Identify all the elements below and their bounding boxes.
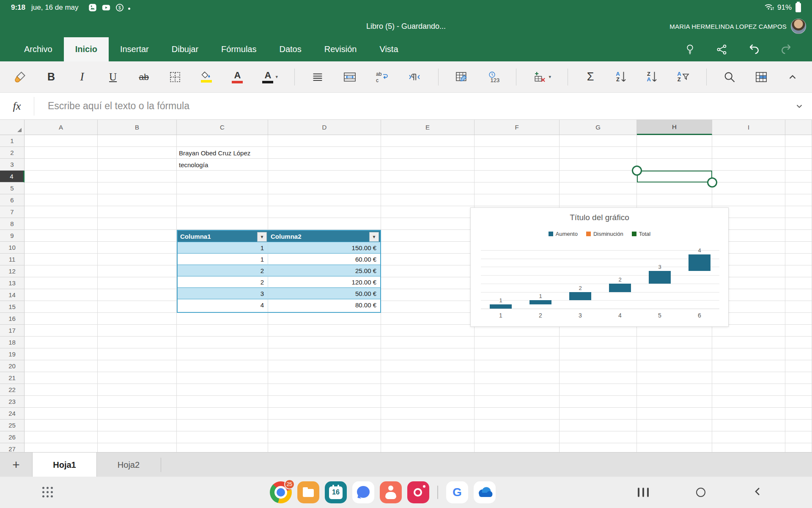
row-header-25[interactable]: 25	[0, 420, 25, 431]
format-painter-button[interactable]	[11, 66, 29, 88]
fill-color-button[interactable]	[198, 66, 215, 88]
messages-icon[interactable]	[352, 481, 374, 503]
align-button[interactable]	[309, 66, 326, 88]
table-cell[interactable]: 120.00 €	[268, 276, 380, 287]
freeze-panes-button[interactable]	[752, 66, 770, 88]
calendar-icon[interactable]: 16	[325, 481, 347, 503]
tab-fórmulas[interactable]: Fórmulas	[210, 37, 268, 61]
row-header-20[interactable]: 20	[0, 360, 25, 372]
contacts-icon[interactable]	[380, 481, 402, 503]
sheet-tab-hoja1[interactable]: Hoja1	[32, 453, 97, 477]
recents-icon[interactable]	[638, 488, 649, 497]
table-cell[interactable]: 3	[178, 287, 268, 299]
autosum-button[interactable]: Σ	[582, 66, 599, 88]
table-cell[interactable]: 4	[178, 299, 268, 310]
avatar[interactable]	[791, 19, 806, 34]
app-drawer-icon[interactable]	[42, 487, 53, 497]
table-cell[interactable]: 2	[178, 265, 268, 276]
tab-vista[interactable]: Vista	[368, 37, 409, 61]
format-as-table-button[interactable]	[453, 66, 471, 88]
tab-insertar[interactable]: Insertar	[109, 37, 160, 61]
row-header-23[interactable]: 23	[0, 396, 25, 408]
onedrive-icon[interactable]	[474, 481, 496, 503]
column-header-e[interactable]: E	[381, 120, 475, 135]
row-header-21[interactable]: 21	[0, 372, 25, 384]
row-header-19[interactable]: 19	[0, 348, 25, 360]
row-header-1[interactable]: 1	[0, 135, 25, 147]
ideas-lightbulb-icon[interactable]	[683, 43, 696, 56]
bold-button[interactable]: B	[43, 66, 60, 88]
font-color-button[interactable]: A	[229, 66, 246, 88]
row-header-22[interactable]: 22	[0, 384, 25, 396]
table-cell[interactable]: 1	[178, 242, 268, 253]
tab-revisión[interactable]: Revisión	[313, 37, 368, 61]
column-header-g[interactable]: G	[560, 120, 637, 135]
back-icon[interactable]	[753, 486, 763, 498]
row-header-10[interactable]: 10	[0, 242, 25, 254]
column-header-f[interactable]: F	[475, 120, 560, 135]
google-icon[interactable]: G	[446, 481, 468, 503]
italic-button[interactable]: I	[74, 66, 91, 88]
chrome-icon[interactable]: 25	[270, 481, 292, 503]
cell-C3[interactable]: tecnología	[177, 159, 208, 171]
row-header-4[interactable]: 4	[0, 171, 25, 182]
my-files-icon[interactable]	[297, 481, 319, 503]
underline-button[interactable]: U	[104, 66, 121, 88]
table-cell[interactable]: 150.00 €	[268, 242, 380, 253]
filter-dropdown-icon[interactable]: ▼	[257, 232, 267, 242]
row-header-27[interactable]: 27	[0, 443, 25, 452]
column-header-h[interactable]: H	[637, 120, 712, 135]
row-header-6[interactable]: 6	[0, 194, 25, 206]
row-header-14[interactable]: 14	[0, 289, 25, 301]
chart-card[interactable]: Título del gráficoAumentoDisminuciónTota…	[470, 207, 729, 327]
row-header-5[interactable]: 5	[0, 182, 25, 194]
formula-expand-icon[interactable]	[787, 102, 812, 111]
column-header-pad[interactable]	[785, 120, 812, 135]
sort-az-button[interactable]: AZ	[613, 66, 630, 88]
selection-box-h4[interactable]	[637, 171, 712, 182]
row-header-24[interactable]: 24	[0, 408, 25, 420]
add-sheet-button[interactable]: +	[0, 453, 32, 477]
tab-inicio[interactable]: Inicio	[64, 37, 109, 61]
home-icon[interactable]	[696, 488, 705, 497]
tab-datos[interactable]: Datos	[268, 37, 313, 61]
selection-handle-top-left[interactable]	[632, 166, 642, 176]
selection-handle-bottom-right[interactable]	[707, 177, 717, 188]
undo-icon[interactable]	[748, 43, 760, 56]
merge-cells-button[interactable]	[340, 66, 359, 88]
text-direction-button[interactable]	[405, 66, 424, 88]
select-all-corner[interactable]	[0, 120, 25, 135]
cell-C2[interactable]: Brayan Obed Cruz López	[177, 147, 250, 159]
collapse-ribbon-button[interactable]	[784, 66, 801, 88]
column-header-c[interactable]: C	[177, 120, 268, 135]
filter-dropdown-icon[interactable]: ▼	[369, 232, 379, 242]
borders-button[interactable]	[166, 66, 184, 88]
row-header-12[interactable]: 12	[0, 265, 25, 277]
table-cell[interactable]: 80.00 €	[268, 299, 380, 310]
number-format-button[interactable]: 123	[485, 66, 502, 88]
table-header-columna2[interactable]: Columna2▼	[268, 231, 380, 242]
spreadsheet-grid[interactable]: ABCDEFGHI1234567891011121314151617181920…	[0, 120, 812, 452]
table-cell[interactable]: 25.00 €	[268, 265, 380, 276]
row-header-11[interactable]: 11	[0, 254, 25, 265]
row-header-8[interactable]: 8	[0, 218, 25, 230]
row-header-13[interactable]: 13	[0, 277, 25, 289]
row-header-18[interactable]: 18	[0, 337, 25, 348]
table-cell[interactable]: 2	[178, 276, 268, 287]
row-header-15[interactable]: 15	[0, 301, 25, 313]
tab-archivo[interactable]: Archivo	[13, 37, 64, 61]
row-header-17[interactable]: 17	[0, 325, 25, 337]
table-cell[interactable]: 60.00 €	[268, 253, 380, 265]
row-header-26[interactable]: 26	[0, 431, 25, 443]
row-header-3[interactable]: 3	[0, 159, 25, 171]
font-color-picker-button[interactable]: A▾	[260, 66, 280, 88]
insert-delete-cells-button[interactable]: ▾	[530, 66, 554, 88]
row-header-16[interactable]: 16	[0, 313, 25, 325]
wrap-text-button[interactable]: abc	[373, 66, 391, 88]
formula-input[interactable]: Escribe aquí el texto o la fórmula	[48, 100, 787, 112]
column-header-b[interactable]: B	[98, 120, 177, 135]
table-header-columna1[interactable]: Columna1▼	[178, 231, 268, 242]
row-header-7[interactable]: 7	[0, 206, 25, 218]
table-cell[interactable]: 1	[178, 253, 268, 265]
column-header-i[interactable]: I	[712, 120, 785, 135]
